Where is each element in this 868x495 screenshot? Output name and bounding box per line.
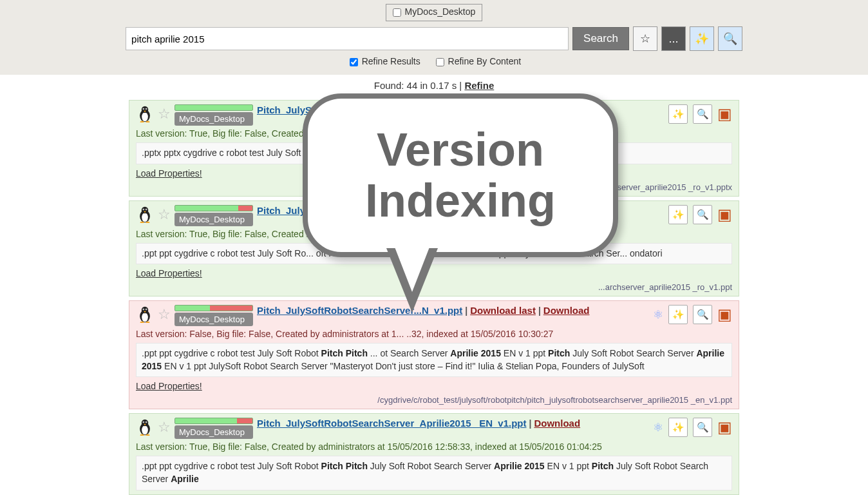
- result-snippet: .ppt ppt cygdrive c robot test July Soft…: [136, 243, 732, 265]
- scope-label: MyDocs_Desktop: [405, 6, 476, 17]
- download-link[interactable]: Download last: [470, 305, 536, 316]
- relevance-bar: [175, 418, 253, 424]
- result-metadata: Last version: True, Big file: False, Cre…: [136, 128, 732, 139]
- result-item: ☆MyDocs_DesktopPitch_JulySoft✨🔍▣Last ver…: [129, 100, 739, 197]
- result-title-link[interactable]: Pitch_JulySoftRobotSearchServer_Aprilie2…: [257, 418, 527, 429]
- graph-icon[interactable]: ⚛: [653, 420, 663, 434]
- svg-point-21: [142, 313, 148, 322]
- load-properties-link[interactable]: Load Properties!: [136, 268, 202, 278]
- result-snippet: .ppt ppt cygdrive c robot test July Soft…: [136, 343, 732, 377]
- penguin-icon: [136, 104, 154, 122]
- result-title-link[interactable]: Pitch_July: [257, 205, 305, 216]
- result-metadata: Last version: True, Big file: False, Cre…: [136, 442, 732, 452]
- results-summary-bar: Found: 44 in 0.17 s | Refine: [0, 75, 868, 96]
- preview-button[interactable]: 🔍: [693, 104, 712, 124]
- ellipsis-icon: ...: [668, 32, 678, 46]
- svg-point-16: [146, 209, 147, 209]
- wand-icon: ✨: [672, 108, 684, 120]
- svg-point-25: [143, 309, 144, 310]
- svg-point-11: [142, 213, 148, 222]
- star-icon[interactable]: ☆: [158, 307, 171, 322]
- result-metadata: Last version: False, Big file: False, Cr…: [136, 329, 732, 339]
- file-path: /cygdrive/c/robot_test/julysoft/robotpit…: [136, 395, 732, 405]
- result-item: ☆MyDocs_DesktopPitch_July✨🔍▣Last version…: [129, 200, 739, 297]
- relevance-bar: [175, 205, 253, 211]
- penguin-icon: [136, 205, 154, 223]
- svg-point-31: [142, 426, 148, 435]
- scope-selector[interactable]: MyDocs_Desktop: [386, 4, 483, 21]
- wand-button[interactable]: ✨: [668, 205, 688, 224]
- penguin-icon: [136, 418, 154, 436]
- svg-point-26: [146, 309, 147, 310]
- wand-icon: ✨: [672, 422, 684, 433]
- preview-button[interactable]: 🔍: [693, 305, 712, 324]
- file-path: ...chserver_aprilie2015 _ro_v1.pptx: [136, 182, 732, 192]
- load-properties-link[interactable]: Load Properties!: [136, 381, 202, 391]
- magnifier-icon: 🔍: [697, 309, 709, 320]
- star-icon[interactable]: ☆: [158, 208, 171, 222]
- load-properties-link[interactable]: Load Properties!: [136, 168, 202, 179]
- file-path: ...archserver_aprilie2015 _ro_v1.ppt: [136, 282, 732, 292]
- search-button[interactable]: Search: [572, 27, 629, 50]
- results-list: ☆MyDocs_DesktopPitch_JulySoft✨🔍▣Last ver…: [0, 100, 868, 495]
- source-badge: MyDocs_Desktop: [175, 213, 253, 226]
- wand-button[interactable]: ✨: [668, 305, 688, 324]
- powerpoint-icon: ▣: [717, 206, 732, 224]
- refine-results-option[interactable]: Refine Results: [347, 56, 423, 66]
- star-icon[interactable]: ☆: [158, 107, 171, 121]
- svg-point-5: [143, 108, 144, 109]
- magnifier-icon: 🔍: [697, 209, 709, 220]
- source-badge: MyDocs_Desktop: [175, 112, 253, 126]
- relevance-bar: [175, 104, 253, 111]
- result-snippet: .ppt ppt cygdrive c robot test July Soft…: [136, 456, 732, 490]
- svg-point-35: [143, 422, 144, 423]
- favorite-button[interactable]: ☆: [633, 26, 657, 51]
- relevance-bar: [175, 305, 253, 311]
- result-metadata: Last version: True, Big file: False, Cre…: [136, 229, 732, 239]
- wand-button[interactable]: ✨: [668, 418, 688, 437]
- wand-icon: ✨: [672, 309, 684, 320]
- svg-point-15: [143, 209, 144, 209]
- wizard-button[interactable]: ✨: [690, 26, 714, 51]
- more-button[interactable]: ...: [661, 26, 686, 51]
- result-item: ☆MyDocs_DesktopPitch_JulySoftRobotSearch…: [129, 300, 739, 409]
- svg-point-6: [146, 108, 147, 109]
- powerpoint-icon: ▣: [717, 105, 732, 123]
- refine-results-checkbox[interactable]: [350, 58, 358, 66]
- result-snippet: .pptx pptx cygdrive c robot test July So…: [136, 142, 732, 164]
- star-icon[interactable]: ☆: [158, 420, 171, 434]
- refine-by-content-option[interactable]: Refine By Content: [433, 56, 522, 66]
- scope-checkbox[interactable]: [393, 8, 401, 17]
- refine-by-content-checkbox[interactable]: [436, 58, 444, 66]
- source-badge: MyDocs_Desktop: [175, 425, 253, 439]
- magnifier-icon: 🔍: [697, 422, 709, 433]
- download-link[interactable]: Download: [543, 305, 590, 316]
- preview-button[interactable]: 🔍: [718, 26, 742, 51]
- powerpoint-icon: ▣: [717, 418, 732, 436]
- preview-button[interactable]: 🔍: [693, 205, 712, 224]
- magnifier-icon: 🔍: [723, 32, 737, 46]
- wand-icon: ✨: [672, 209, 684, 220]
- powerpoint-icon: ▣: [717, 306, 732, 324]
- graph-icon[interactable]: ⚛: [653, 307, 663, 322]
- penguin-icon: [136, 305, 154, 323]
- result-title-link[interactable]: Pitch_JulySoft: [257, 104, 324, 115]
- search-header: MyDocs_Desktop Search ☆ ... ✨ 🔍 Refine R…: [0, 0, 868, 75]
- source-badge: MyDocs_Desktop: [175, 313, 253, 326]
- search-input[interactable]: [126, 27, 569, 50]
- star-icon: ☆: [640, 32, 650, 46]
- refine-link[interactable]: Refine: [464, 80, 494, 91]
- magnifier-icon: 🔍: [697, 108, 709, 120]
- wand-icon: ✨: [695, 32, 709, 46]
- svg-point-1: [142, 112, 148, 121]
- result-item: ☆MyDocs_DesktopPitch_JulySoftRobotSearch…: [129, 413, 739, 494]
- result-title-link[interactable]: Pitch_JulySoftRobotSearchServer: [257, 305, 413, 316]
- wand-button[interactable]: ✨: [668, 104, 688, 124]
- preview-button[interactable]: 🔍: [693, 418, 712, 437]
- download-link[interactable]: Download: [534, 418, 580, 429]
- svg-point-36: [146, 422, 147, 423]
